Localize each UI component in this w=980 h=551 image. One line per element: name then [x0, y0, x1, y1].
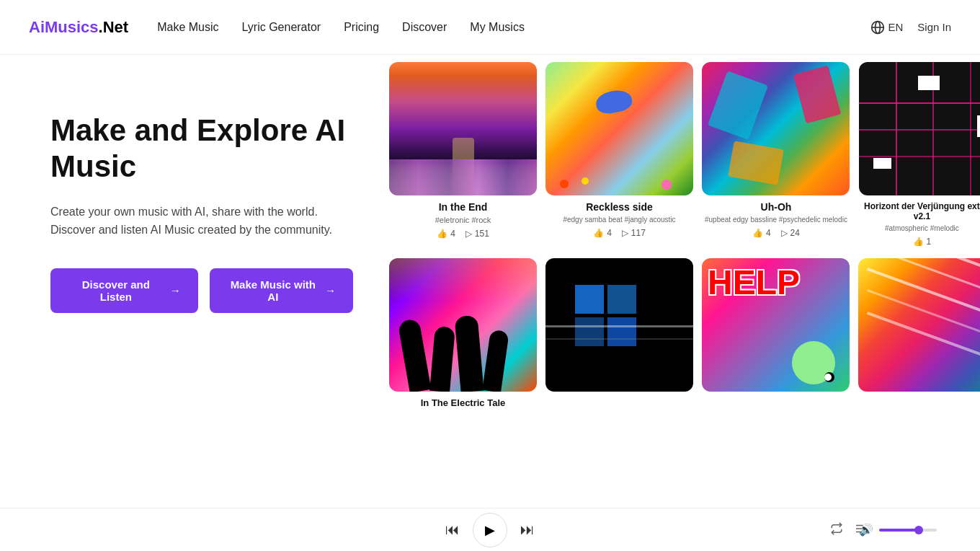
volume-thumb	[914, 526, 923, 534]
volume-area: 🔊	[859, 523, 937, 537]
player-bar: ⏮ ▶ ⏭ 🔊	[0, 508, 980, 551]
play-icon: ▷	[622, 228, 628, 238]
logo[interactable]: AiMusics.Net	[29, 18, 128, 37]
card-info: Horizont der Verjüngung ext v2.1 #atmosp…	[859, 195, 980, 250]
like-icon: 👍	[913, 237, 924, 247]
card-stats: 👍 4 ▷ 151	[392, 229, 534, 239]
card-title: Reckless side	[548, 201, 690, 213]
lang-label: EN	[888, 21, 903, 33]
nav-discover[interactable]: Discover	[402, 21, 447, 34]
play-button[interactable]: ▶	[473, 513, 507, 547]
prev-button[interactable]: ⏮	[438, 516, 467, 545]
card-in-the-end[interactable]: In the End #eletronic #rock 👍 4 ▷ 151	[389, 62, 537, 250]
cards-row-1: In the End #eletronic #rock 👍 4 ▷ 151	[389, 62, 980, 250]
next-button[interactable]: ⏭	[513, 516, 542, 545]
make-music-button[interactable]: Make Music with AI →	[210, 268, 353, 313]
header: AiMusics.Net Make Music Lyric Generator …	[0, 0, 980, 55]
card-info: In the End #eletronic #rock 👍 4 ▷ 151	[389, 195, 537, 242]
card-title: In the End	[392, 201, 534, 213]
player-controls: ⏮ ▶ ⏭	[438, 513, 542, 547]
card-tags: #upbeat edgy bassline #psychedelic melod…	[705, 216, 847, 224]
play-icon: ▷	[466, 229, 472, 239]
repeat-button[interactable]	[830, 522, 843, 538]
plays-count: 151	[475, 229, 489, 239]
cards-row-2: In The Electric Tale	[389, 258, 980, 414]
card-title: Horizont der Verjüngung ext v2.1	[862, 201, 980, 221]
likes-count: 4	[450, 229, 455, 239]
volume-icon: 🔊	[859, 523, 873, 537]
card-stats: 👍 4 ▷ 24	[705, 228, 847, 238]
card-info: In The Electric Tale	[389, 392, 537, 414]
play-icon: ▷	[781, 228, 788, 238]
card-tags: #edgy samba beat #jangly acoustic	[548, 216, 690, 224]
volume-fill	[879, 529, 919, 532]
language-button[interactable]: EN	[870, 20, 903, 35]
card-uh-oh[interactable]: Uh-Oh #upbeat edgy bassline #psychedelic…	[702, 62, 850, 250]
card-tags: #eletronic #rock	[392, 216, 534, 224]
hero-buttons: Discover and Listen → Make Music with AI…	[50, 268, 353, 313]
nav-make-music[interactable]: Make Music	[157, 21, 218, 34]
nav-pricing[interactable]: Pricing	[344, 21, 379, 34]
hero-title: Make and Explore AI Music	[50, 113, 353, 185]
next-icon: ⏭	[520, 521, 535, 538]
like-icon: 👍	[437, 229, 447, 239]
card-lines[interactable]	[858, 258, 980, 414]
main-content: Make and Explore AI Music Create your ow…	[0, 55, 980, 508]
nav-my-musics[interactable]: My Musics	[470, 21, 525, 34]
repeat-icon	[830, 522, 843, 535]
card-stats: 👍 1	[862, 237, 980, 247]
card-info: Uh-Oh #upbeat edgy bassline #psychedelic…	[702, 195, 850, 241]
cards-area: In the End #eletronic #rock 👍 4 ▷ 151	[389, 55, 980, 508]
card-reckless-side[interactable]: Reckless side #edgy samba beat #jangly a…	[545, 62, 693, 250]
header-right: EN Sign In	[870, 20, 951, 35]
card-black2[interactable]	[545, 258, 693, 414]
hero-description: Create your own music with AI, share wit…	[50, 203, 353, 239]
card-info: Reckless side #edgy samba beat #jangly a…	[545, 195, 693, 241]
like-icon: 👍	[593, 228, 604, 238]
prev-icon: ⏮	[445, 521, 460, 538]
nav-lyric-generator[interactable]: Lyric Generator	[242, 21, 321, 34]
card-tags: #atmospheric #melodic	[862, 224, 980, 232]
card-dance[interactable]: In The Electric Tale	[389, 258, 537, 414]
card-title: Uh-Oh	[705, 201, 847, 213]
card-horizont[interactable]: Horizont der Verjüngung ext v2.1 #atmosp…	[859, 62, 980, 250]
likes-stat: 👍 4	[437, 229, 455, 239]
globe-icon	[870, 20, 885, 35]
sign-in-button[interactable]: Sign In	[917, 21, 951, 33]
card-help[interactable]: HELP	[702, 258, 850, 414]
discover-listen-button[interactable]: Discover and Listen →	[50, 268, 198, 313]
hero-section: Make and Explore AI Music Create your ow…	[0, 55, 389, 508]
card-title: In The Electric Tale	[392, 397, 534, 408]
like-icon: 👍	[752, 228, 763, 238]
main-nav: Make Music Lyric Generator Pricing Disco…	[157, 21, 525, 34]
plays-stat: ▷ 151	[466, 229, 489, 239]
volume-bar[interactable]	[879, 529, 937, 532]
play-icon: ▶	[485, 522, 495, 538]
card-stats: 👍 4 ▷ 117	[548, 228, 690, 238]
